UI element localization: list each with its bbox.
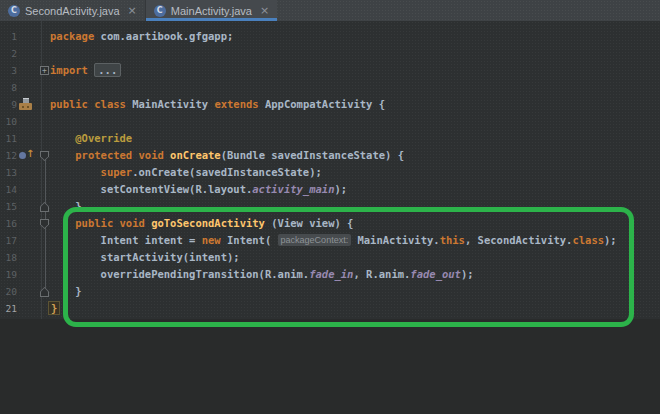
code-line-text[interactable]: @Override [50, 130, 660, 147]
line-number: 9 [0, 96, 17, 113]
code-line[interactable]: 8 [0, 79, 660, 96]
code-line-text[interactable]: setContentView(R.layout.activity_main); [50, 181, 660, 198]
line-number: 15 [0, 198, 17, 215]
code-line-text[interactable]: } [50, 198, 660, 215]
code-line-text[interactable]: public class MainActivity extends AppCom… [50, 96, 660, 113]
code-line-text[interactable] [50, 45, 660, 62]
code-text: Intent( [221, 234, 278, 246]
code-line-text[interactable]: startActivity(intent); [50, 249, 660, 266]
ide-window: CSecondActivity.java×CMainActivity.java×… [0, 0, 660, 414]
fold-slot [36, 164, 50, 181]
gutter-icon-slot [17, 130, 36, 147]
fold-slot: + [36, 62, 50, 79]
code-text: } [50, 200, 82, 212]
code-line[interactable]: 9public class MainActivity extends AppCo… [0, 96, 660, 113]
keyword-token: class [572, 234, 604, 246]
code-line-text[interactable] [50, 113, 660, 130]
code-line[interactable]: 17 Intent intent = new Intent( packageCo… [0, 232, 660, 249]
code-line-text[interactable]: import ... [50, 62, 660, 79]
code-text: , SecondActivity. [465, 234, 572, 246]
code-line-text[interactable]: } [50, 300, 660, 317]
fold-slot [36, 181, 50, 198]
code-line-text[interactable] [50, 79, 660, 96]
line-number: 20 [0, 283, 17, 300]
gutter-icon-slot [17, 96, 36, 113]
active-tab-underline [146, 18, 277, 21]
code-line-text[interactable]: protected void onCreate(Bundle savedInst… [50, 147, 660, 164]
code-text: MainActivity [126, 98, 215, 110]
editor-tab-1[interactable]: CSecondActivity.java× [0, 0, 146, 21]
code-text: (Bundle savedInstanceState) { [221, 149, 404, 161]
code-line-text[interactable]: } [50, 283, 660, 300]
field-token: fade_out [410, 268, 461, 280]
close-icon[interactable]: × [128, 5, 137, 16]
line-number: 12 [0, 147, 17, 164]
fold-slot [36, 96, 50, 113]
code-line[interactable]: 1package com.aartibook.gfgapp; [0, 28, 660, 45]
fold-slot [36, 79, 50, 96]
gutter-icon-slot [17, 181, 36, 198]
code-text: com.aartibook.gfgapp; [94, 30, 233, 42]
fold-slot [36, 28, 50, 45]
gutter-icon-slot [17, 266, 36, 283]
class-gutter-icon[interactable] [19, 98, 34, 111]
fold-slot [36, 198, 50, 215]
code-text: ); [461, 268, 474, 280]
code-text: MainActivity. [351, 234, 440, 246]
code-text: ); [604, 234, 617, 246]
keyword-token: public void [50, 217, 145, 229]
code-line[interactable]: 15 } [0, 198, 660, 215]
line-number: 10 [0, 113, 17, 130]
gutter-icon-slot [17, 79, 36, 96]
field-token: fade_in [309, 268, 353, 280]
code-text: } [50, 285, 82, 297]
code-line[interactable]: 16 public void goToSecondActivity (View … [0, 215, 660, 232]
fold-collapse-end-icon[interactable] [40, 287, 49, 297]
close-icon[interactable]: × [260, 5, 269, 16]
code-line[interactable]: 18 startActivity(intent); [0, 249, 660, 266]
class-gutter-icon-dots [22, 106, 24, 108]
code-line-text[interactable]: overridePendingTransition(R.anim.fade_in… [50, 266, 660, 283]
fold-collapse-start-icon[interactable] [40, 151, 49, 161]
code-line-text[interactable]: public void goToSecondActivity (View vie… [50, 215, 660, 232]
code-line[interactable]: 19 overridePendingTransition(R.anim.fade… [0, 266, 660, 283]
java-class-icon: C [8, 5, 20, 17]
code-line[interactable]: 3+import ... [0, 62, 660, 79]
code-text: .onCreate(savedInstanceState); [132, 166, 322, 178]
code-line[interactable]: 20 } [0, 283, 660, 300]
annotation-token: @Override [50, 132, 132, 144]
code-line[interactable]: 12↑ protected void onCreate(Bundle saved… [0, 147, 660, 164]
field-token: activity_main [252, 183, 334, 195]
line-number: 13 [0, 164, 17, 181]
method-name-token: onCreate [164, 149, 221, 161]
code-line-text[interactable]: package com.aartibook.gfgapp; [50, 28, 660, 45]
keyword-token: public class [50, 98, 126, 110]
override-method-gutter-icon[interactable]: ↑ [19, 150, 34, 162]
code-line[interactable]: 13 super.onCreate(savedInstanceState); [0, 164, 660, 181]
keyword-token: new [202, 234, 221, 246]
line-number: 3 [0, 62, 17, 79]
code-line[interactable]: 21} [0, 300, 660, 317]
fold-collapse-start-icon[interactable] [40, 219, 49, 229]
fold-slot [36, 45, 50, 62]
code-line[interactable]: 14 setContentView(R.layout.activity_main… [0, 181, 660, 198]
code-line[interactable]: 11 @Override [0, 130, 660, 147]
gutter-icon-slot [17, 113, 36, 130]
editor-tab-2[interactable]: CMainActivity.java× [146, 0, 277, 21]
code-line[interactable]: 10 [0, 113, 660, 130]
line-number: 17 [0, 232, 17, 249]
fold-expand-icon[interactable]: + [40, 66, 49, 75]
line-number: 18 [0, 249, 17, 266]
code-line-text[interactable]: super.onCreate(savedInstanceState); [50, 164, 660, 181]
gutter-icon-slot [17, 62, 36, 79]
gutter-icon-slot [17, 215, 36, 232]
gutter-icon-slot [17, 232, 36, 249]
line-number: 21 [0, 300, 17, 317]
tab-label: MainActivity.java [171, 5, 252, 17]
fold-slot [36, 283, 50, 300]
code-line[interactable]: 2 [0, 45, 660, 62]
code-editor[interactable]: 1package com.aartibook.gfgapp;23+import … [0, 21, 660, 319]
code-line-text[interactable]: Intent intent = new Intent( packageConte… [50, 232, 660, 249]
code-text: ); [334, 183, 347, 195]
fold-collapse-end-icon[interactable] [40, 202, 49, 212]
